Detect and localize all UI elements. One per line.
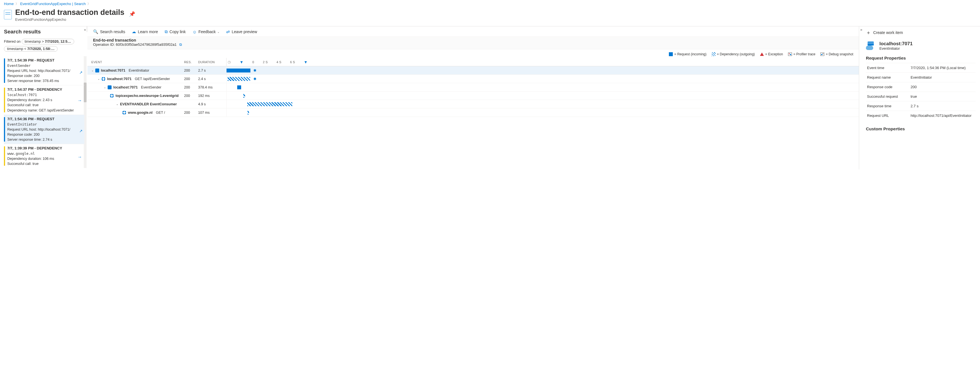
open-icon[interactable]: →	[78, 154, 82, 160]
operation-id-label: Operation ID:	[93, 43, 115, 47]
result-title: 7/7, 1:39:39 PM - DEPENDENCY	[7, 146, 83, 151]
result-meta-label: Server response time:	[7, 79, 43, 83]
pin-small-icon[interactable]: ↗	[79, 128, 83, 134]
toolbar-leave-preview[interactable]: ⇄ Leave preview	[226, 29, 257, 34]
grid-body: ⌄localhost:7071EventInitiator2002.7 s✱⌄l…	[88, 66, 859, 117]
property-key: Event time	[866, 63, 910, 73]
request-properties-title: Request Properties	[866, 55, 975, 61]
breadcrumb-home[interactable]: Home	[4, 2, 14, 6]
res-cell: 200	[184, 86, 198, 89]
legend-request-label: = Request (incoming)	[674, 52, 706, 56]
property-value: 200	[910, 82, 975, 92]
event-host: localhost:7071	[113, 86, 138, 89]
result-meta-label: Response code:	[7, 74, 34, 78]
duration-cell: 2.7 s	[198, 68, 226, 73]
server-icon	[108, 86, 111, 89]
result-title: 7/7, 1:54:39 PM - REQUEST	[7, 58, 83, 63]
property-row: Event time7/7/2020, 1:54:36 PM (Local ti…	[866, 63, 975, 73]
open-icon[interactable]: →	[78, 97, 82, 104]
event-host: EVENTHANDLER EventConsumer	[120, 102, 177, 106]
event-operation: GET /api/EventSender	[135, 77, 170, 81]
breadcrumb-item[interactable]: EventGridFunctionAppExpecho | Search	[20, 2, 86, 6]
chevron-down-icon[interactable]: ⌄	[116, 103, 118, 106]
property-row: Response code200	[866, 82, 975, 92]
create-work-item-button[interactable]: ＋ Create work item	[866, 29, 975, 36]
property-row: Response time2.7 s	[866, 101, 975, 111]
collapse-left-icon[interactable]: «	[84, 27, 86, 32]
server-icon	[95, 68, 99, 73]
copy-operation-id-icon[interactable]: ⧉	[179, 43, 182, 47]
pin-small-icon[interactable]: ↗	[79, 70, 83, 75]
result-meta-value: 106 ms	[43, 157, 54, 161]
chevron-down-icon[interactable]: ⌄	[97, 77, 100, 80]
search-result-item[interactable]: 7/7, 1:39:39 PM - DEPENDENCYwww.google.n…	[4, 144, 84, 168]
filter-icon[interactable]: ▼	[239, 60, 243, 64]
timeline-row[interactable]: ⌄localhost:7071EventInitiator2002.7 s✱	[88, 66, 859, 75]
col-duration: DURATION	[198, 60, 226, 64]
duration-cell: 107 ms	[198, 111, 226, 115]
result-meta-value: 200	[34, 133, 40, 136]
legend: = Request (incoming) = Dependency (outgo…	[88, 49, 859, 58]
toolbar-learn-more[interactable]: ☁ Learn more	[132, 29, 158, 34]
result-color-bar	[4, 146, 5, 166]
result-name: localhost:7071	[7, 92, 83, 97]
expand-right-icon[interactable]: »	[860, 27, 862, 32]
property-value: http://localhost:7071/api/EventInitiator	[910, 111, 975, 120]
duration-cell: 378.4 ms	[198, 86, 226, 89]
result-meta-label: Request URL host:	[7, 69, 38, 73]
search-result-item[interactable]: 7/7, 1:54:39 PM - REQUESTEventSenderRequ…	[4, 56, 84, 85]
chevron-down-icon[interactable]: ⌄	[91, 69, 94, 72]
property-key: Response code	[866, 82, 910, 92]
result-name: EventInitiator	[7, 122, 83, 127]
timeline-row[interactable]: ⌄localhost:7071EventSender200378.4 ms	[88, 83, 859, 92]
timeline-row[interactable]: www.google.nlGET /200107 ms	[88, 108, 859, 117]
toolbar-copy-link[interactable]: ⧉ Copy link	[165, 29, 186, 34]
filter-pill[interactable]: timestamp < 7/7/2020, 1:58:…	[4, 46, 57, 52]
pin-icon[interactable]: 📌	[129, 11, 135, 17]
legend-exception-icon	[760, 52, 764, 56]
timeline-row[interactable]: ⌄EVENTHANDLER EventConsumer4.9 s	[88, 100, 859, 108]
toolbar: 🔍 Search results ☁ Learn more ⧉ Copy lin…	[88, 26, 859, 36]
chevron-down-icon[interactable]: ⌄	[104, 86, 106, 89]
timeline-header: ◷ ▼ 0 2 S 4 S 6 S ▼	[226, 58, 308, 66]
filter-pill[interactable]: timestamp > 7/7/2020, 12:5…	[22, 39, 74, 44]
clock-icon: ◷	[228, 60, 231, 64]
cloud-help-icon: ☁	[132, 29, 136, 34]
toolbar-search-results[interactable]: 🔍 Search results	[93, 29, 125, 34]
res-cell: 200	[184, 68, 198, 73]
collapse-marker-icon[interactable]: ✱	[253, 77, 256, 81]
server-cloud-icon	[866, 41, 875, 50]
timeline-row[interactable]: ⌄localhost:7071GET /api/EventSender2002.…	[88, 75, 859, 83]
result-meta-label: Successful call:	[7, 103, 33, 107]
res-cell: 200	[184, 94, 198, 98]
globe-icon	[102, 77, 105, 81]
search-result-item[interactable]: 7/7, 1:54:37 PM - DEPENDENCYlocalhost:70…	[4, 85, 84, 114]
details-host: localhost:7071	[880, 41, 913, 47]
breadcrumb: Home 〉 EventGridFunctionAppExpecho | Sea…	[0, 0, 980, 7]
properties-table: Event time7/7/2020, 1:54:36 PM (Local ti…	[866, 63, 975, 120]
filter-icon[interactable]: ▼	[304, 60, 308, 64]
property-value: EventInitiator	[910, 73, 975, 82]
duration-cell: 2.4 s	[198, 77, 226, 81]
timeline-row[interactable]: topicexpecho.westeurope-1.eventgrid20019…	[88, 92, 859, 100]
tick: 2 S	[263, 60, 267, 64]
col-event: EVENT	[91, 60, 184, 64]
collapse-marker-icon[interactable]: ✱	[253, 68, 256, 73]
chevron-down-icon: ⌄	[217, 30, 220, 33]
result-meta-label: Dependency name:	[7, 108, 39, 113]
property-key: Request name	[866, 73, 910, 82]
res-cell: 200	[184, 111, 198, 115]
result-meta-value: GET /api/EventSender	[39, 108, 74, 113]
result-meta-value: true	[33, 103, 39, 107]
result-meta-label: Successful call:	[7, 162, 33, 166]
search-result-item[interactable]: 7/7, 1:54:36 PM - REQUESTEventInitiatorR…	[4, 115, 84, 144]
tick: 0	[252, 60, 254, 64]
event-host: localhost:7071	[107, 77, 132, 81]
event-operation: EventSender	[141, 86, 161, 89]
result-meta-label: Request URL host:	[7, 127, 38, 132]
globe-icon	[122, 111, 126, 115]
event-cell: ⌄localhost:7071EventSender	[91, 86, 184, 89]
details-title: localhost:7071 EventInitiator	[866, 41, 975, 51]
toolbar-feedback[interactable]: ☺ Feedback ⌄	[192, 30, 220, 34]
globe-icon	[110, 94, 114, 98]
